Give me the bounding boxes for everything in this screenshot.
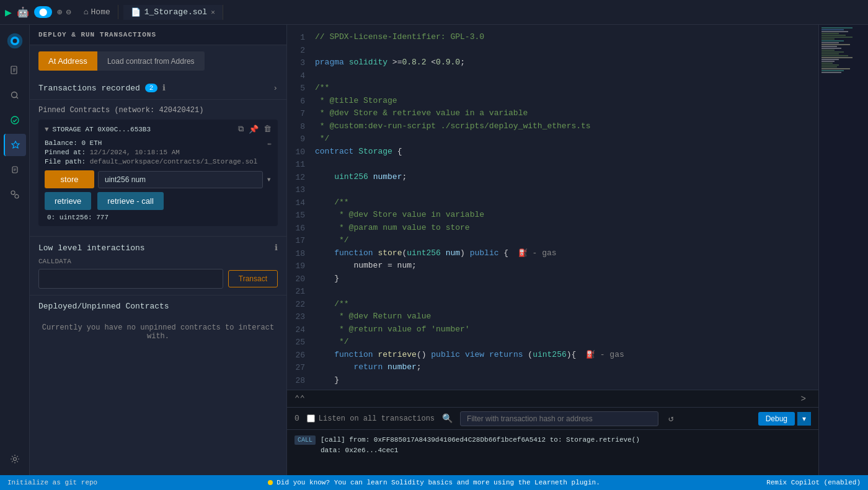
file-path-label: File path: — [45, 158, 86, 165]
line-content-28: } — [315, 374, 818, 387]
file-tab[interactable]: 📄 1_Storage.sol ✕ — [123, 5, 223, 20]
line-num-22: 22 — [287, 298, 315, 311]
store-function-row: store ▾ — [45, 170, 272, 188]
edit-icon[interactable]: ✏ — [267, 139, 272, 147]
line-content-8: * @custom:dev-run-script ./scripts/deplo… — [315, 120, 818, 133]
no-contracts-message: Currently you have no unpinned contracts… — [38, 317, 278, 347]
svg-point-13 — [11, 191, 15, 195]
line-content-5: /** — [315, 82, 818, 95]
listen-all-transactions-checkbox[interactable] — [307, 414, 315, 422]
left-panel: DEPLOY & RUN TRANSACTIONS At Address Loa… — [30, 25, 287, 475]
terminal-search-input[interactable] — [460, 411, 658, 426]
code-line-10: 10 contract Storage { — [287, 146, 818, 159]
icon-sidebar — [0, 25, 30, 475]
status-center-text: Did you know? You can learn Solidity bas… — [277, 479, 600, 486]
calldata-input[interactable] — [38, 269, 223, 289]
code-line-15: 15 * @dev Store value in variable — [287, 209, 818, 222]
line-num-9: 9 — [287, 133, 315, 146]
store-button[interactable]: store — [45, 170, 94, 188]
low-level-section: Low level interactions ℹ CALLDATA Transa… — [30, 236, 286, 295]
contract-balance: Balance: 0 ETH ✏ — [45, 139, 272, 147]
delete-icon[interactable]: 🗑 — [264, 125, 272, 134]
low-level-info-icon[interactable]: ℹ — [275, 243, 278, 253]
contract-collapse-icon[interactable]: ▼ — [45, 126, 49, 133]
listen-checkbox[interactable]: Listen on all transactions — [307, 414, 435, 423]
line-content-12: uint256 number; — [315, 171, 818, 184]
sidebar-item-deploy[interactable] — [4, 134, 26, 156]
line-num-21: 21 — [287, 285, 315, 298]
sidebar-item-logo[interactable] — [4, 30, 26, 52]
sidebar-item-plugins[interactable] — [4, 183, 26, 206]
code-line-20: 20 } — [287, 273, 818, 286]
retrieve-call-button[interactable]: retrieve - call — [97, 192, 163, 210]
toggle-active[interactable]: ⬤ — [34, 6, 52, 18]
sidebar-item-settings[interactable] — [4, 448, 26, 470]
retrieve-button[interactable]: retrieve — [45, 192, 91, 210]
code-line-4: 4 — [287, 69, 818, 82]
home-tab[interactable]: ⌂ Home — [76, 5, 118, 19]
terminal-log-line2: data: 0x2e6...4cec1 — [321, 445, 640, 456]
calldata-label: CALLDATA — [38, 258, 278, 265]
balance-value: 0 ETH — [81, 139, 102, 147]
terminal-row-1: CALL [call] from: 0xFF885017A8439d4106ed… — [294, 435, 811, 455]
zoom-in-icon[interactable]: ⊕ — [57, 7, 62, 17]
code-line-16: 16 * @param num value to store — [287, 222, 818, 235]
debug-chevron-icon[interactable]: ▾ — [797, 412, 811, 426]
code-line-8: 8 * @custom:dev-run-script ./scripts/dep… — [287, 120, 818, 133]
line-content-13 — [315, 183, 818, 196]
collapse-all-icon[interactable]: ⌃⌃ — [294, 393, 305, 404]
copy-icon[interactable]: ⧉ — [238, 125, 244, 134]
run-button[interactable]: ▶ — [5, 6, 12, 19]
file-tab-label: 1_Storage.sol — [144, 7, 207, 17]
code-line-3: 3 pragma solidity >=0.8.2 <0.9.0; — [287, 56, 818, 69]
close-icon[interactable]: ✕ — [211, 8, 215, 16]
status-center: Did you know? You can learn Solidity bas… — [268, 479, 600, 486]
prompt-icon[interactable]: > — [801, 394, 806, 404]
pinned-section: Pinned Contracts (network: 420420421) ▼ … — [30, 100, 286, 236]
editor-main[interactable]: 1 // SPDX-License-Identifier: GPL-3.0 2 … — [287, 25, 818, 390]
debug-button[interactable]: Debug — [758, 412, 795, 426]
code-line-11: 11 — [287, 158, 818, 171]
line-num-13: 13 — [287, 183, 315, 196]
sidebar-item-files[interactable] — [4, 59, 26, 82]
sidebar-item-debug[interactable] — [4, 159, 26, 181]
at-address-button[interactable]: At Address — [38, 51, 97, 71]
svg-point-16 — [13, 458, 16, 461]
code-line-14: 14 /** — [287, 196, 818, 209]
transact-button[interactable]: Transact — [228, 270, 278, 287]
svg-rect-10 — [12, 167, 17, 173]
line-content-3: pragma solidity >=0.8.2 <0.9.0; — [315, 56, 818, 69]
sidebar-item-search[interactable] — [4, 84, 26, 107]
code-line-1: 1 // SPDX-License-Identifier: GPL-3.0 — [287, 31, 818, 44]
sidebar-item-contract[interactable] — [4, 109, 26, 131]
line-content-14: /** — [315, 196, 818, 209]
line-content-10: contract Storage { — [315, 146, 818, 159]
file-icon: 📄 — [131, 7, 141, 17]
line-num-8: 8 — [287, 120, 315, 133]
zoom-out-icon[interactable]: ⊖ — [66, 7, 71, 17]
svg-point-14 — [15, 195, 19, 198]
address-buttons: At Address Load contract from Addres — [38, 51, 278, 71]
contract-title-row: ▼ STORAGE AT 0X00C...653B3 ⧉ 📌 🗑 — [45, 125, 272, 134]
panel-header: DEPLOY & RUN TRANSACTIONS — [30, 25, 286, 45]
terminal-refresh-icon[interactable]: ↺ — [668, 413, 673, 424]
line-num-4: 4 — [287, 69, 315, 82]
load-contract-button[interactable]: Load contract from Addres — [97, 51, 205, 71]
info-icon[interactable]: ℹ — [162, 83, 166, 93]
terminal-log-line1: [call] from: 0xFF885017A8439d4106ed4C28D… — [321, 435, 640, 445]
pinned-at-label: Pinned at: — [45, 149, 86, 156]
line-num-16: 16 — [287, 222, 315, 235]
call-badge: CALL — [294, 435, 316, 445]
code-line-23: 23 * @dev Return value — [287, 310, 818, 323]
status-git[interactable]: Initialize as git repo — [7, 479, 255, 486]
svg-point-2 — [12, 39, 17, 43]
store-dropdown-icon[interactable]: ▾ — [267, 174, 272, 185]
line-num-17: 17 — [287, 234, 315, 247]
file-path: File path: default_workspace/contracts/1… — [45, 158, 272, 165]
line-num-7: 7 — [287, 107, 315, 120]
store-param-input[interactable] — [98, 171, 263, 188]
pin-icon[interactable]: 📌 — [249, 125, 259, 134]
minimap — [818, 25, 868, 475]
robot-icon[interactable]: 🤖 — [17, 6, 29, 19]
chevron-right-icon[interactable]: › — [273, 84, 278, 93]
